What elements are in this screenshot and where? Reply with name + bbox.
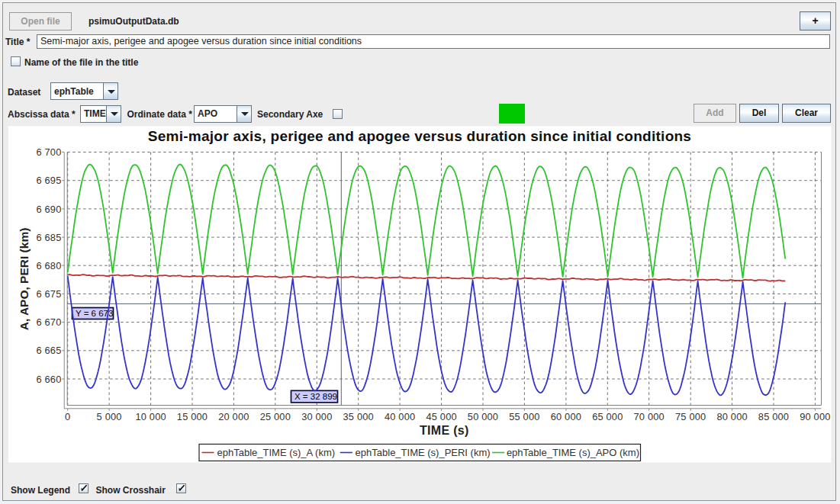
svg-text:30 000: 30 000 (301, 411, 332, 422)
svg-text:20 000: 20 000 (218, 411, 249, 422)
svg-text:60 000: 60 000 (551, 411, 581, 422)
svg-text:10 000: 10 000 (135, 411, 166, 422)
svg-text:6 700: 6 700 (36, 146, 61, 158)
svg-text:6 670: 6 670 (36, 316, 61, 328)
svg-text:0: 0 (65, 411, 70, 422)
svg-text:75 000: 75 000 (675, 411, 706, 422)
svg-text:TIME (s): TIME (s) (420, 424, 469, 437)
svg-text:35 000: 35 000 (343, 411, 374, 422)
svg-text:45 000: 45 000 (426, 411, 456, 422)
svg-text:15 000: 15 000 (177, 411, 208, 422)
svg-text:A, APO, PERI (km): A, APO, PERI (km) (18, 228, 31, 331)
svg-text:55 000: 55 000 (509, 411, 539, 422)
svg-text:ephTable_TIME (s)_PERI (km): ephTable_TIME (s)_PERI (km) (356, 447, 491, 458)
svg-text:6 665: 6 665 (36, 345, 61, 356)
svg-text:5 000: 5 000 (97, 411, 122, 422)
svg-text:50 000: 50 000 (468, 411, 498, 422)
svg-text:6 660: 6 660 (36, 374, 61, 385)
svg-text:6 685: 6 685 (36, 232, 61, 243)
svg-text:Semi-major axis, perigee and a: Semi-major axis, perigee and apogee vers… (148, 128, 691, 144)
svg-text:6 690: 6 690 (36, 204, 61, 215)
svg-text:85 000: 85 000 (758, 411, 789, 422)
svg-text:6 695: 6 695 (36, 175, 61, 186)
svg-text:90 000: 90 000 (800, 411, 830, 422)
svg-text:ephTable_TIME (s)_A (km): ephTable_TIME (s)_A (km) (217, 447, 336, 458)
svg-text:ephTable_TIME (s)_APO (km): ephTable_TIME (s)_APO (km) (507, 447, 639, 458)
svg-text:70 000: 70 000 (634, 411, 665, 422)
svg-text:X = 32 899: X = 32 899 (294, 392, 337, 401)
svg-text:65 000: 65 000 (592, 411, 623, 422)
svg-text:40 000: 40 000 (385, 411, 415, 422)
svg-text:80 000: 80 000 (716, 411, 747, 422)
svg-text:25 000: 25 000 (260, 411, 291, 422)
svg-text:6 680: 6 680 (36, 260, 61, 271)
svg-text:6 675: 6 675 (36, 288, 61, 300)
